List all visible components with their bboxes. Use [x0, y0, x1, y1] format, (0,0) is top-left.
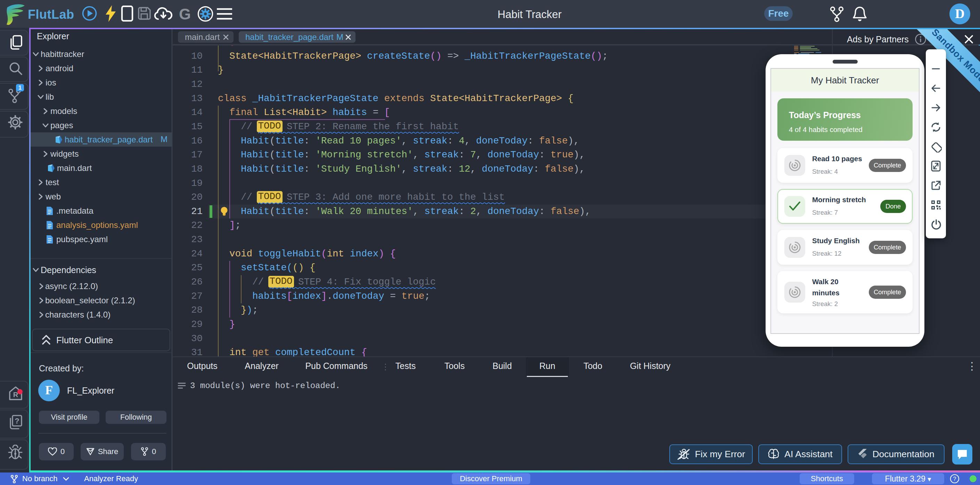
svg-text:?: ?: [14, 417, 19, 425]
svg-text:?: ?: [953, 476, 956, 482]
